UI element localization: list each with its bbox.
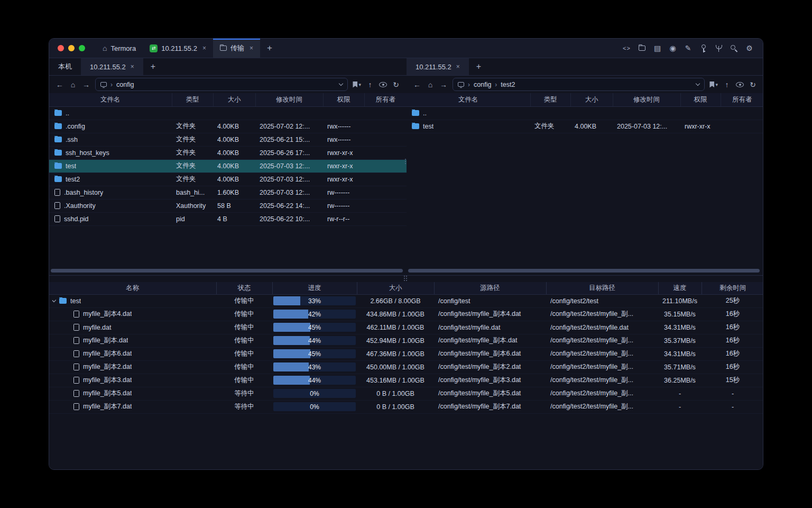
file-row[interactable]: .config 文件夹 4.00KB 2025-07-02 12:... rwx… [49,120,407,133]
transfer-row[interactable]: myfile_副本6.dat 传输中 45% 467.36MB / 1.00GB… [49,347,763,360]
column-header-mtime[interactable]: 修改时间 [255,93,323,106]
close-tab-icon[interactable]: × [202,44,206,52]
progress-bar: 45% [273,323,356,332]
scrollbar-thumb[interactable] [408,269,760,273]
file-row[interactable]: ssh_host_keys 文件夹 4.00KB 2025-06-26 17:.… [49,146,407,159]
left-file-pane: 本机 10.211.55.2 × + ← ⌂ → › config [49,58,407,275]
close-tab-icon[interactable]: × [131,63,134,70]
home-button[interactable]: ⌂ [426,80,435,89]
breadcrumb-segment[interactable]: config [474,81,491,88]
tab-termora[interactable]: ⌂ Termora [96,39,143,58]
transfer-row[interactable]: myfile_副本.dat 传输中 44% 452.94MB / 1.00GB … [49,334,763,347]
column-header-target[interactable]: 目标路径 [546,282,658,294]
breadcrumb-segment[interactable]: test2 [501,81,515,88]
transfer-speed: 36.25MB/s [658,374,702,387]
refresh-button[interactable]: ↻ [392,80,400,89]
upload-button[interactable]: ↑ [366,80,374,89]
column-header-mtime[interactable]: 修改时间 [613,93,680,106]
path-dropdown-icon[interactable] [696,84,699,85]
forward-button[interactable]: → [439,80,448,89]
column-header-type[interactable]: 类型 [172,93,213,106]
column-header-type[interactable]: 类型 [530,93,570,106]
scrollbar-thumb[interactable] [51,269,403,273]
file-row[interactable]: .. [49,106,407,120]
file-row[interactable]: test2 文件夹 4.00KB 2025-07-03 12:... rwxr-… [49,173,407,186]
home-button[interactable]: ⌂ [69,80,77,89]
close-tab-icon[interactable]: × [250,44,253,52]
transfer-eta: 16秒 [702,360,763,374]
breadcrumb-segment[interactable]: config [116,81,134,88]
path-breadcrumb[interactable]: › config › test2 [453,78,705,91]
column-header-speed[interactable]: 速度 [658,282,702,294]
column-header-size[interactable]: 大小 [570,93,613,106]
folder-icon [59,298,67,304]
column-header-name[interactable]: 名称 [49,282,216,294]
transfer-row[interactable]: myfile_副本3.dat 传输中 44% 453.16MB / 1.00GB… [49,374,763,387]
column-header-filename[interactable]: 文件名 [49,93,172,106]
column-header-filename[interactable]: 文件名 [407,93,530,106]
edit-icon[interactable]: ✎ [683,43,693,53]
tab-remote-host[interactable]: 10.211.55.2 × [407,58,469,75]
forward-button[interactable]: → [82,80,90,89]
close-tab-icon[interactable]: × [456,63,460,70]
new-tab-button[interactable]: + [143,58,163,75]
show-hidden-toggle[interactable] [736,82,744,87]
tab-remote-host[interactable]: 10.211.55.2 × [81,58,143,75]
file-row[interactable]: .. [407,106,763,120]
column-header-status[interactable]: 状态 [216,282,272,294]
bookmark-button[interactable]: ▾ [353,81,361,88]
column-header-size[interactable]: 大小 [357,282,434,294]
transfer-row[interactable]: myfile_副本5.dat 等待中 0% 0 B / 1.00GB /conf… [49,387,763,400]
search-icon[interactable] [729,43,739,53]
file-row[interactable]: .Xauthority Xauthority 58 B 2025-06-22 1… [49,199,407,212]
code-icon[interactable]: <> [622,43,632,53]
tab-ssh-host[interactable]: ⇄ 10.211.55.2 × [143,39,213,58]
close-window-button[interactable] [58,45,64,51]
bookmark-button[interactable]: ▾ [709,81,718,88]
file-row[interactable]: test 文件夹 4.00KB 2025-07-03 12:... rwxr-x… [407,120,763,133]
transfer-name-cell: myfile_副本.dat [49,334,216,347]
transfer-row[interactable]: test 传输中 33% 2.66GB / 8.00GB /config/tes… [49,294,763,307]
path-breadcrumb[interactable]: › config [95,78,348,91]
branch-icon[interactable] [714,43,724,53]
file-row[interactable]: .bash_history bash_hi... 1.60KB 2025-07-… [49,186,407,199]
column-header-eta[interactable]: 剩余时间 [702,282,763,294]
tab-local[interactable]: 本机 [49,58,81,75]
transfer-row[interactable]: myfile_副本4.dat 传输中 42% 434.86MB / 1.00GB… [49,307,763,321]
column-header-size[interactable]: 大小 [213,93,255,106]
settings-icon[interactable]: ⚙ [744,43,754,53]
file-icon [73,337,79,344]
column-header-progress[interactable]: 进度 [272,282,357,294]
file-row[interactable]: .ssh 文件夹 4.00KB 2025-06-21 15:... rwx---… [49,133,407,146]
horizontal-scrollbar[interactable] [51,269,403,273]
record-icon[interactable]: ◉ [668,43,678,53]
tab-transfer[interactable]: 传输 × [213,39,260,58]
new-tab-button[interactable]: + [469,58,488,75]
horizontal-scrollbar[interactable] [408,269,760,273]
transfer-row[interactable]: myfile_副本7.dat 等待中 0% 0 B / 1.00GB /conf… [49,400,763,413]
transfer-splitter[interactable] [49,275,763,282]
back-button[interactable]: ← [413,80,421,89]
refresh-button[interactable]: ↻ [749,80,757,89]
transfer-row[interactable]: myfile_副本2.dat 传输中 43% 450.00MB / 1.00GB… [49,360,763,374]
zoom-window-button[interactable] [79,45,85,51]
new-tab-button[interactable]: + [260,39,279,58]
minimize-window-button[interactable] [68,45,75,51]
path-dropdown-icon[interactable] [339,84,343,85]
column-header-perm[interactable]: 权限 [323,93,364,106]
key-icon[interactable] [698,43,708,53]
column-header-owner[interactable]: 所有者 [364,93,407,106]
column-header-source[interactable]: 源路径 [434,282,546,294]
folder-icon[interactable] [637,43,647,53]
back-button[interactable]: ← [56,80,64,89]
expand-chevron-icon[interactable] [52,298,56,302]
transfer-row[interactable]: myfile.dat 传输中 45% 462.11MB / 1.00GB /co… [49,321,763,334]
file-row-selected[interactable]: test 文件夹 4.00KB 2025-07-03 12:... rwxr-x… [49,159,407,173]
log-icon[interactable]: ▤ [652,43,662,53]
show-hidden-toggle[interactable] [379,82,387,87]
file-type: 文件夹 [172,159,213,173]
column-header-owner[interactable]: 所有者 [721,93,763,106]
upload-button[interactable]: ↑ [723,80,731,89]
file-row[interactable]: sshd.pid pid 4 B 2025-06-22 10:... rw-r-… [49,212,407,225]
column-header-perm[interactable]: 权限 [680,93,721,106]
